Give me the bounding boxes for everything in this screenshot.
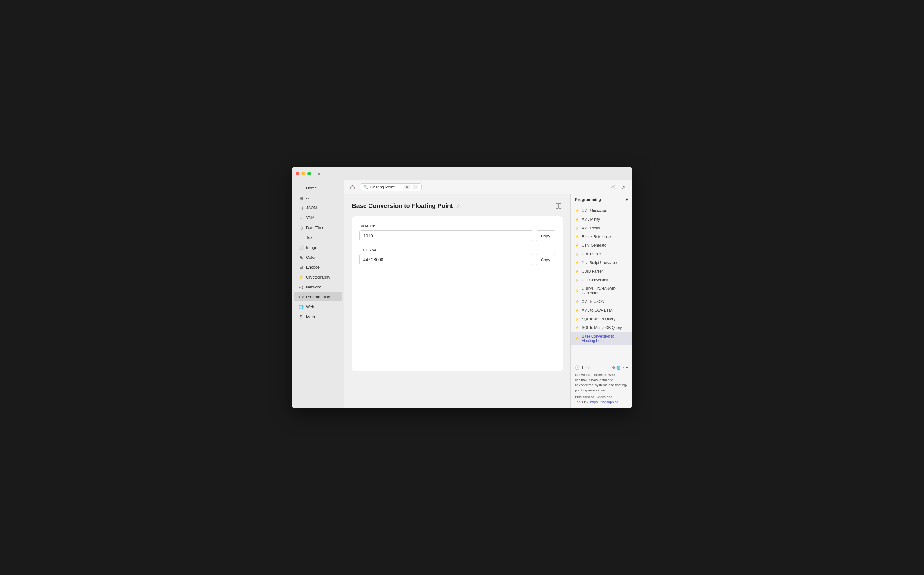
cmd-key: ⌘ bbox=[404, 185, 410, 189]
panel-item-uuid-nanoid[interactable]: ⚡UUID/ULID/NANOID Generator bbox=[571, 284, 632, 297]
panel-item-xml-to-json[interactable]: ⚡XML to JSON bbox=[571, 297, 632, 306]
version-icon: 🕐 bbox=[575, 365, 579, 370]
panel-item-label-url-parser: URL Parser bbox=[582, 252, 601, 256]
globe-icon[interactable]: 🌐 bbox=[616, 366, 621, 370]
network-icon: ((( bbox=[298, 284, 303, 289]
panel-item-xml-unescape[interactable]: ⚡XML Unescape bbox=[571, 206, 632, 215]
svg-point-0 bbox=[614, 185, 615, 186]
panel-item-icon-xml-unescape: ⚡ bbox=[575, 209, 579, 213]
sidebar-item-label-web: Web bbox=[306, 305, 314, 309]
main-content: Base Conversion to Floating Point ☆ bbox=[345, 194, 632, 408]
tool-title: Base Conversion to Floating Point bbox=[352, 202, 453, 210]
panel-item-url-parser[interactable]: ⚡URL Parser bbox=[571, 250, 632, 259]
sidebar-item-label-programming: Programming bbox=[306, 295, 330, 299]
panel-item-unit-conversion[interactable]: ⚡Unit Conversion bbox=[571, 276, 632, 284]
sidebar-item-color[interactable]: ◉Color bbox=[294, 253, 342, 262]
panel-item-label-unit-conversion: Unit Conversion bbox=[582, 278, 608, 282]
panel-item-base-conversion[interactable]: ⚡Base Conversion to Floating Point bbox=[571, 332, 632, 345]
panel-item-uuid-parser[interactable]: ⚡UUID Parser bbox=[571, 267, 632, 276]
panel-item-xml-minify[interactable]: ⚡XML Minify bbox=[571, 215, 632, 224]
home-button[interactable] bbox=[348, 183, 357, 192]
search-bar[interactable]: 🔍 Floating Point ⌘ + K bbox=[360, 183, 422, 191]
json-icon: { } bbox=[298, 205, 303, 210]
traffic-lights bbox=[295, 172, 311, 175]
panel-item-label-sql-to-json: SQL to JSON Query bbox=[582, 317, 615, 321]
encode-icon: ⊞ bbox=[298, 265, 303, 270]
close-button[interactable] bbox=[295, 172, 299, 175]
panel-item-xml-to-java[interactable]: ⚡XML to JAVA Bean bbox=[571, 306, 632, 315]
panel-item-icon-regex-reference: ⚡ bbox=[575, 235, 579, 239]
sidebar-item-math[interactable]: ∑Math bbox=[294, 312, 342, 321]
svg-point-1 bbox=[611, 187, 612, 187]
plus-separator: + bbox=[411, 185, 413, 189]
sidebar-collapse-button[interactable]: « bbox=[315, 169, 323, 178]
field-base10-row: Copy bbox=[359, 230, 556, 241]
sidebar-item-web[interactable]: 🌐Web bbox=[294, 302, 342, 311]
panel-item-regex-reference[interactable]: ⚡Regex Reference bbox=[571, 232, 632, 241]
sidebar-item-encode[interactable]: ⊞Encode bbox=[294, 262, 342, 272]
panel-item-icon-xml-minify: ⚡ bbox=[575, 218, 579, 222]
sidebar-item-all[interactable]: ▦All bbox=[294, 193, 342, 202]
base10-input[interactable] bbox=[359, 230, 533, 241]
sidebar-item-label-yaml: YAML bbox=[306, 215, 317, 220]
datetime-icon: ◷ bbox=[298, 225, 303, 230]
settings-icon[interactable]: ⚙ bbox=[612, 366, 615, 370]
svg-line-4 bbox=[612, 187, 614, 188]
sidebar-item-label-color: Color bbox=[306, 255, 316, 260]
sidebar-item-home[interactable]: ⌂Home bbox=[294, 183, 342, 192]
cryptography-icon: ⚡ bbox=[298, 275, 303, 280]
sidebar-item-label-text: Text bbox=[306, 235, 313, 240]
sidebar-item-cryptography[interactable]: ⚡Cryptography bbox=[294, 272, 342, 282]
version-label: 1.0.0 bbox=[581, 365, 590, 370]
minimize-button[interactable] bbox=[302, 172, 305, 175]
panel-item-label-xml-minify: XML Minify bbox=[582, 217, 600, 222]
svg-line-3 bbox=[612, 186, 614, 187]
panel-item-icon-xml-to-json: ⚡ bbox=[575, 300, 579, 304]
sidebar-item-datetime[interactable]: ◷Date/Time bbox=[294, 223, 342, 232]
share-button[interactable] bbox=[609, 183, 618, 192]
sidebar-item-label-image: Image bbox=[306, 245, 317, 250]
check-icon: ✓ bbox=[622, 366, 625, 370]
ieee754-input[interactable] bbox=[359, 254, 533, 265]
math-icon: ∑ bbox=[298, 314, 303, 319]
sidebar-item-label-cryptography: Cryptography bbox=[306, 275, 330, 280]
all-icon: ▦ bbox=[298, 195, 303, 200]
search-text: Floating Point bbox=[370, 185, 402, 189]
sidebar-item-programming[interactable]: </>Programming bbox=[294, 292, 342, 302]
k-key: K bbox=[413, 185, 418, 189]
base10-copy-button[interactable]: Copy bbox=[536, 230, 556, 241]
panel-item-icon-uuid-parser: ⚡ bbox=[575, 270, 579, 273]
info-published: Published at: 6 days ago bbox=[575, 395, 628, 399]
tool-link[interactable]: https://t.he3app.co... bbox=[591, 400, 621, 404]
panel-item-sql-to-json[interactable]: ⚡SQL to JSON Query bbox=[571, 315, 632, 323]
info-section: 🕐 1.0.0 ⚙ 🌐 ✓ ▾ Converts numbers between… bbox=[571, 362, 632, 408]
account-button[interactable] bbox=[620, 183, 629, 192]
panel-item-js-unescape[interactable]: ⚡JavaScript Unescape bbox=[571, 259, 632, 267]
panel-item-utm-generator[interactable]: ⚡UTM Generator bbox=[571, 241, 632, 250]
sidebar-item-yaml[interactable]: ≡YAML bbox=[294, 213, 342, 222]
panel-item-xml-pretty[interactable]: ⚡XML Pretty bbox=[571, 224, 632, 232]
sidebar-item-text[interactable]: TText bbox=[294, 233, 342, 242]
sidebar-item-json[interactable]: { }JSON bbox=[294, 203, 342, 212]
search-icon: 🔍 bbox=[363, 185, 368, 189]
field-base10-label: Base 10: bbox=[359, 224, 556, 229]
panel-item-icon-utm-generator: ⚡ bbox=[575, 243, 579, 248]
panel-item-icon-base-conversion: ⚡ bbox=[575, 337, 579, 341]
expand-icon[interactable]: ▾ bbox=[626, 366, 628, 370]
panel-item-sql-to-mongo[interactable]: ⚡SQL to MongoDB Query bbox=[571, 323, 632, 332]
programming-icon: </> bbox=[298, 294, 303, 299]
topbar-actions bbox=[609, 183, 629, 192]
panel-item-label-xml-unescape: XML Unescape bbox=[582, 208, 607, 213]
tool-header: Base Conversion to Floating Point ☆ bbox=[352, 202, 563, 210]
panel-section-header[interactable]: Programming ▾ bbox=[571, 194, 632, 205]
maximize-button[interactable] bbox=[307, 172, 311, 175]
sidebar-item-network[interactable]: (((Network bbox=[294, 282, 342, 292]
layout-toggle-button[interactable] bbox=[554, 202, 563, 210]
right-panel: Programming ▾ ⚡XML Unescape⚡XML Minify⚡X… bbox=[570, 194, 632, 408]
svg-rect-7 bbox=[559, 203, 561, 208]
ieee754-copy-button[interactable]: Copy bbox=[536, 254, 556, 265]
favorite-button[interactable]: ☆ bbox=[456, 202, 461, 209]
sidebar: ⌂Home▦All{ }JSON≡YAML◷Date/TimeTText⬜Ima… bbox=[292, 180, 345, 408]
panel-items: ⚡XML Unescape⚡XML Minify⚡XML Pretty⚡Rege… bbox=[571, 205, 632, 362]
sidebar-item-image[interactable]: ⬜Image bbox=[294, 243, 342, 252]
